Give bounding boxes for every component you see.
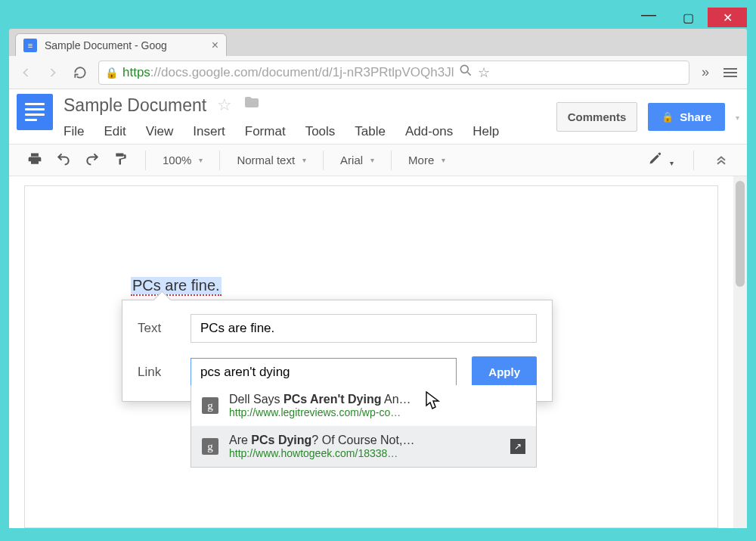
document-page[interactable]: PCs are fine. Text Link Apply g (24, 185, 718, 528)
more-label: More (408, 154, 434, 166)
browser-menu-button[interactable] (721, 68, 739, 77)
browser-navbar: 🔒 https://docs.google.com/document/d/1j-… (9, 56, 747, 89)
menu-view[interactable]: View (146, 124, 174, 139)
redo-icon (85, 151, 100, 166)
window-maximize-button[interactable]: ▢ (668, 8, 708, 27)
link-text-input[interactable] (191, 314, 537, 343)
omnibox-search-icon (458, 63, 473, 82)
arrow-left-icon (18, 65, 33, 80)
google-badge-icon: g (202, 438, 218, 455)
menu-edit[interactable]: Edit (104, 124, 125, 139)
browser-tab-title: Sample Document - Goog (45, 39, 204, 51)
reload-icon (73, 65, 88, 80)
star-document-button[interactable]: ☆ (217, 95, 232, 115)
browser-tab[interactable]: ≡ Sample Document - Goog × (15, 33, 227, 56)
docs-favicon-icon: ≡ (23, 39, 37, 52)
window-titlebar: — ▢ ✕ (9, 8, 747, 27)
font-value: Arial (340, 154, 363, 166)
chevron-down-icon: ▾ (302, 156, 306, 164)
browser-tabstrip: ≡ Sample Document - Goog × (9, 29, 747, 56)
overflow-chevrons-button[interactable]: » (699, 64, 712, 80)
url-scheme: https (122, 65, 150, 79)
suggestion-title: Dell Says PCs Aren't Dying An… (229, 393, 411, 406)
link-suggestions-dropdown: g Dell Says PCs Aren't Dying An… http://… (191, 385, 537, 468)
docs-toolbar: 100%▾ Normal text▾ Arial▾ More▾ ▾ (9, 145, 747, 176)
menu-help[interactable]: Help (472, 124, 499, 139)
chevrons-up-icon (714, 151, 729, 166)
url-path: ://docs.google.com/document/d/1j-nR3PRtl… (150, 65, 454, 79)
share-caret-icon[interactable]: ▾ (736, 112, 739, 122)
arrow-right-icon (45, 65, 60, 80)
svg-point-0 (461, 65, 469, 73)
link-text-label: Text (138, 321, 175, 336)
zoom-value: 100% (163, 154, 191, 166)
browser-window: ≡ Sample Document - Goog × 🔒 https://doc… (9, 29, 747, 528)
style-value: Normal text (237, 154, 295, 166)
close-icon: ✕ (723, 11, 733, 25)
collapse-toolbar-button[interactable] (714, 151, 729, 169)
docs-logo-icon[interactable] (17, 94, 53, 130)
more-tools-dropdown[interactable]: More▾ (408, 154, 445, 166)
document-selected-text[interactable]: PCs are fine. (131, 277, 222, 294)
link-suggestion-item[interactable]: g Dell Says PCs Aren't Dying An… http://… (191, 385, 536, 426)
chevron-down-icon: ▾ (199, 156, 203, 164)
window-minimize-button[interactable]: — (629, 8, 668, 27)
google-badge-icon: g (202, 397, 218, 414)
scrollbar-thumb[interactable] (736, 181, 745, 287)
insert-link-dialog: Text Link Apply g Del (122, 300, 553, 402)
paragraph-style-dropdown[interactable]: Normal text▾ (237, 154, 306, 166)
move-folder-button[interactable] (243, 94, 261, 117)
link-url-input[interactable] (191, 358, 457, 387)
share-button[interactable]: 🔒 Share (648, 103, 725, 131)
print-icon (27, 151, 42, 166)
address-url: https://docs.google.com/document/d/1j-nR… (122, 65, 454, 80)
menu-format[interactable]: Format (245, 124, 286, 139)
suggestion-url: http://www.howtogeek.com/18338… (229, 447, 414, 459)
folder-icon (243, 94, 261, 112)
menu-insert[interactable]: Insert (193, 124, 225, 139)
address-bar[interactable]: 🔒 https://docs.google.com/document/d/1j-… (98, 61, 689, 85)
suggestion-title: Are PCs Dying? Of Course Not,… (229, 434, 414, 447)
document-title[interactable]: Sample Document (64, 95, 206, 116)
docs-header: Sample Document ☆ File Edit View Insert … (9, 89, 747, 145)
suggestion-url: http://www.legitreviews.com/wp-co… (229, 406, 411, 418)
tab-close-button[interactable]: × (212, 39, 218, 51)
menu-table[interactable]: Table (355, 124, 386, 139)
chevron-down-icon: ▾ (442, 156, 445, 164)
zoom-dropdown[interactable]: 100%▾ (163, 154, 203, 166)
lock-icon: 🔒 (105, 67, 118, 79)
apply-link-button[interactable]: Apply (472, 356, 537, 387)
window-close-button[interactable]: ✕ (708, 8, 747, 27)
vertical-scrollbar[interactable] (733, 176, 747, 528)
undo-button[interactable] (56, 151, 71, 169)
print-button[interactable] (27, 151, 42, 169)
docs-menubar: File Edit View Insert Format Tools Table… (64, 124, 499, 139)
share-label: Share (680, 110, 711, 123)
link-url-label: Link (138, 365, 175, 380)
menu-tools[interactable]: Tools (305, 124, 336, 139)
comments-button[interactable]: Comments (556, 102, 638, 132)
paint-format-button[interactable] (113, 151, 129, 169)
undo-icon (56, 151, 71, 166)
chevron-down-icon: ▾ (670, 159, 674, 167)
pencil-icon (648, 151, 663, 166)
menu-addons[interactable]: Add-ons (405, 124, 453, 139)
bookmark-star-button[interactable]: ☆ (478, 64, 490, 81)
nav-forward-button[interactable] (44, 64, 62, 82)
open-link-icon[interactable]: ↗ (510, 439, 525, 454)
menu-file[interactable]: File (64, 124, 84, 139)
chevron-down-icon: ▾ (370, 156, 374, 164)
lock-icon: 🔒 (662, 111, 674, 123)
link-suggestion-item[interactable]: g Are PCs Dying? Of Course Not,… http://… (191, 426, 536, 467)
hamburger-icon (723, 68, 737, 70)
redo-button[interactable] (85, 151, 100, 169)
minimize-icon: — (641, 6, 656, 23)
editing-mode-button[interactable]: ▾ (648, 151, 674, 169)
docs-canvas: PCs are fine. Text Link Apply g (9, 176, 747, 528)
maximize-icon: ▢ (683, 11, 694, 25)
nav-back-button[interactable] (17, 64, 35, 82)
paint-roller-icon (113, 151, 129, 166)
nav-reload-button[interactable] (71, 64, 89, 82)
font-dropdown[interactable]: Arial▾ (340, 154, 374, 166)
